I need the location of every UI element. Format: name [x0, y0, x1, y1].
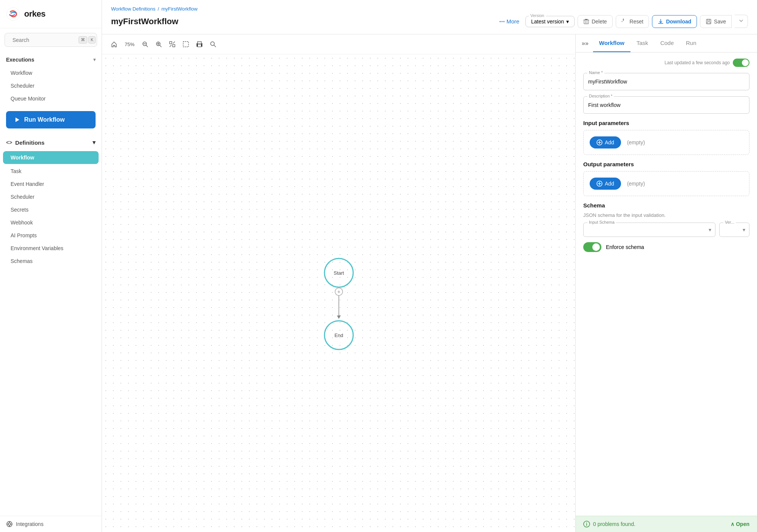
definitions-label: Definitions [15, 139, 45, 146]
sidebar-item-event-handler[interactable]: Event Handler [0, 178, 102, 190]
add-input-param-button[interactable]: Add [590, 136, 621, 148]
print-icon [196, 41, 203, 48]
sidebar-item-workflow-def[interactable]: Workflow [3, 151, 99, 164]
enforce-schema-toggle[interactable] [583, 242, 601, 252]
breadcrumb-sep: / [158, 6, 159, 12]
sidebar-item-schemas[interactable]: Schemas [0, 255, 102, 268]
output-params-box: Add (empty) [583, 171, 749, 196]
sidebar: orkes ⌘ K Executions ▾ Workflow Schedule… [0, 0, 102, 532]
search-input[interactable] [12, 37, 79, 43]
main-area: Workflow Definitions / myFirstWorkflow m… [102, 0, 757, 532]
more-label: More [507, 18, 519, 25]
reset-button[interactable]: Reset [616, 15, 649, 28]
ver-label: Ver... [723, 220, 736, 224]
sidebar-item-scheduler-exec[interactable]: Scheduler [0, 79, 102, 92]
svg-rect-22 [198, 42, 201, 43]
definitions-header[interactable]: <> Definitions ▾ [0, 135, 102, 150]
zoom-level: 75% [122, 42, 137, 47]
logo-text: orkes [24, 9, 45, 19]
save-button[interactable]: Save [700, 15, 732, 28]
header-row: myFirstWorkflow More Version Latest vers… [111, 15, 748, 28]
version-label: Version [529, 13, 546, 18]
version-selector[interactable]: Version Latest version ▾ [525, 16, 575, 27]
svg-point-4 [8, 523, 11, 525]
home-tool[interactable] [108, 38, 120, 50]
sidebar-item-scheduler-def[interactable]: Scheduler [0, 190, 102, 203]
name-label: Name * [587, 70, 604, 75]
workflow-svg: Start + End [316, 256, 362, 354]
save-dropdown-button[interactable] [735, 15, 748, 28]
fit-tool[interactable] [166, 38, 178, 50]
tab-task[interactable]: Task [630, 34, 654, 52]
svg-point-0 [7, 8, 20, 20]
more-dots-icon [499, 19, 505, 25]
print-tool[interactable] [193, 38, 205, 50]
breadcrumb-link[interactable]: Workflow Definitions [111, 6, 156, 12]
sidebar-item-ai-prompts[interactable]: AI Prompts [0, 229, 102, 242]
plus-circle-icon [596, 139, 603, 145]
integrations-icon [6, 521, 13, 527]
logo-area: orkes [0, 0, 102, 28]
add-output-param-button[interactable]: Add [590, 178, 621, 190]
run-workflow-label: Run Workflow [24, 116, 65, 123]
play-icon [14, 116, 20, 123]
search-canvas-tool[interactable] [207, 38, 219, 50]
executions-header[interactable]: Executions ▾ [0, 53, 102, 66]
schema-title: Schema [583, 202, 749, 209]
integrations-label: Integrations [16, 521, 43, 527]
description-input[interactable] [588, 101, 745, 110]
open-button[interactable]: ∧ Open [731, 521, 749, 527]
zoom-out-icon [142, 41, 148, 48]
svg-rect-19 [170, 42, 172, 44]
download-button[interactable]: Download [652, 15, 697, 28]
plus-circle-icon-2 [596, 181, 603, 187]
svg-point-24 [211, 42, 215, 46]
workflow-toggle[interactable] [733, 59, 749, 67]
content-area: 75% [102, 34, 757, 532]
definitions-chevron-icon: ▾ [93, 139, 96, 146]
header-actions: More Version Latest version ▾ Delete [496, 15, 748, 28]
kbd-cmd: ⌘ [79, 36, 87, 43]
download-icon [658, 19, 664, 25]
search-canvas-icon [210, 41, 216, 48]
tab-run[interactable]: Run [680, 34, 703, 52]
tab-workflow[interactable]: Workflow [593, 34, 630, 52]
sidebar-item-workflow-exec[interactable]: Workflow [0, 66, 102, 79]
integrations-item[interactable]: Integrations [0, 516, 102, 532]
search-bar[interactable]: ⌘ K [5, 33, 97, 47]
svg-text:End: End [334, 332, 343, 338]
canvas-area: 75% [102, 34, 576, 532]
input-schema-label: Input Schema [587, 220, 616, 224]
select-tool[interactable] [180, 38, 192, 50]
zoom-out-tool[interactable] [139, 38, 151, 50]
ver-select[interactable] [724, 227, 745, 233]
reset-icon [621, 19, 627, 25]
kbd-k: K [88, 36, 96, 43]
more-button[interactable]: More [496, 16, 522, 27]
svg-rect-15 [708, 19, 710, 21]
panel-expand-icon[interactable]: »» [582, 40, 589, 47]
problems-text: 0 problems found. [593, 521, 635, 527]
svg-point-11 [503, 21, 504, 22]
sidebar-item-task-def[interactable]: Task [0, 165, 102, 178]
zoom-in-tool[interactable] [153, 38, 165, 50]
input-schema-select[interactable] [588, 227, 711, 233]
tab-code[interactable]: Code [654, 34, 680, 52]
sidebar-item-webhook[interactable]: Webhook [0, 216, 102, 229]
version-chevron-icon: ▾ [566, 19, 569, 25]
home-icon [111, 41, 117, 48]
last-updated-row: Last updated a few seconds ago [583, 59, 749, 67]
description-label: Description * [587, 94, 614, 98]
select-icon [182, 41, 189, 48]
sidebar-item-env-vars[interactable]: Environment Variables [0, 242, 102, 255]
name-input[interactable] [588, 77, 745, 86]
sidebar-item-queue-monitor[interactable]: Queue Monitor [0, 92, 102, 105]
workflow-diagram[interactable]: Start + End [102, 77, 575, 532]
schema-inputs: Input Schema ▾ Ver... ▾ [583, 223, 749, 237]
name-field: Name * [583, 73, 749, 90]
delete-button[interactable]: Delete [578, 15, 612, 28]
delete-icon [583, 19, 589, 25]
breadcrumb-current: myFirstWorkflow [161, 6, 198, 12]
sidebar-item-secrets[interactable]: Secrets [0, 203, 102, 216]
run-workflow-button[interactable]: Run Workflow [6, 111, 96, 128]
